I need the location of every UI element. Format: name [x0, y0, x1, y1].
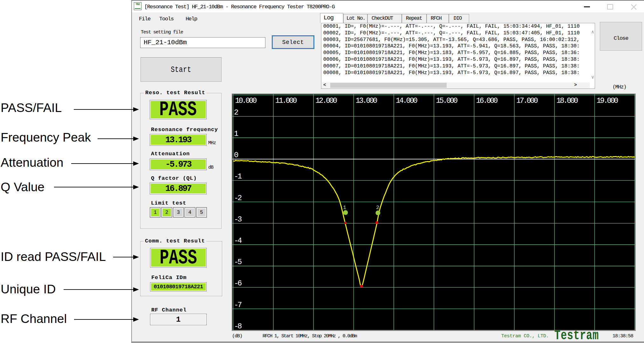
svg-text:11.000: 11.000 [275, 96, 297, 105]
svg-text:18.000: 18.000 [556, 96, 578, 105]
svg-text:15.000: 15.000 [436, 96, 457, 105]
svg-text:16.000: 16.000 [476, 96, 498, 105]
svg-text:10.000: 10.000 [235, 96, 257, 105]
svg-text:-2: -2 [234, 194, 242, 202]
svg-text:-7: -7 [234, 301, 242, 309]
svg-text:19.000: 19.000 [597, 96, 618, 105]
svg-text:12.000: 12.000 [315, 96, 337, 105]
svg-text:-3: -3 [234, 215, 242, 224]
svg-text:2: 2 [376, 205, 379, 211]
svg-text:-4: -4 [234, 236, 242, 245]
svg-text:13.000: 13.000 [356, 96, 377, 105]
svg-text:-8: -8 [234, 322, 242, 330]
svg-text:-6: -6 [234, 279, 242, 288]
svg-text:1: 1 [343, 205, 346, 211]
svg-text:-1: -1 [234, 172, 242, 181]
svg-text:17.000: 17.000 [516, 96, 538, 105]
svg-text:-5: -5 [234, 258, 242, 266]
svg-text:14.000: 14.000 [396, 96, 417, 105]
